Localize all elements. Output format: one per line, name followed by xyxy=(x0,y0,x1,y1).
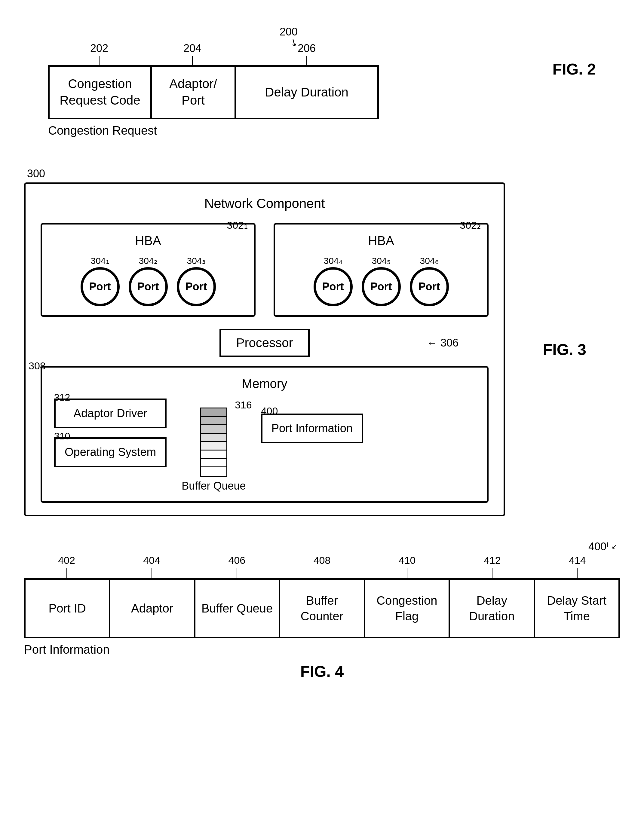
fig4-ref-408: 408 xyxy=(279,554,364,566)
memory-inner: 312 Adaptor Driver 310 Operating System xyxy=(54,399,475,492)
hba-row: 302₁ HBA 304₁ Port 304₂ Port xyxy=(40,223,489,317)
congestion-request-box: Congestion Request Code Adaptor/ Port De… xyxy=(48,65,379,119)
buffer-queue-section: 316 xyxy=(181,407,246,492)
fig4-ref-412: 412 xyxy=(450,554,535,566)
port1-item: 304₁ Port xyxy=(81,255,120,306)
ref-202: 202 xyxy=(48,42,150,55)
fig4-ref-410: 410 xyxy=(365,554,450,566)
fig4-cell-portid: Port ID xyxy=(26,580,110,637)
ref-310: 310 xyxy=(54,431,70,442)
hba2-title: HBA xyxy=(287,234,475,248)
ref-304-2: 304₂ xyxy=(139,255,157,266)
network-component-title: Network Component xyxy=(40,196,489,211)
fig4-cell-congestionflag: Congestion Flag xyxy=(365,580,450,637)
ref-302-2: 302₂ xyxy=(460,219,481,231)
port3-item: 304₃ Port xyxy=(177,255,216,306)
processor-box: Processor xyxy=(220,329,309,357)
port1-circle: Port xyxy=(81,267,120,306)
hba1-port-row: 304₁ Port 304₂ Port 304₃ Port xyxy=(54,255,242,306)
ref-206: 206 xyxy=(235,42,379,55)
ref-304-1: 304₁ xyxy=(91,255,109,266)
bq-row-7 xyxy=(201,459,227,467)
bq-row-6 xyxy=(201,451,227,459)
ref-204: 204 xyxy=(150,42,235,55)
ref-400i-row: 400ᴵ ↙ xyxy=(24,540,620,553)
fig4-ref-404: 404 xyxy=(109,554,194,566)
ref-304-6: 304₆ xyxy=(420,255,439,266)
adaptor-driver-box: Adaptor Driver xyxy=(54,399,167,428)
port6-item: 304₆ Port xyxy=(410,255,449,306)
fig4-caption: Port Information xyxy=(24,643,620,656)
port2-circle: Port xyxy=(129,267,168,306)
ref-304-3: 304₃ xyxy=(187,255,205,266)
fig4-ref-414: 414 xyxy=(535,554,620,566)
fig4-cell-delaystarttime: Delay Start Time xyxy=(535,580,618,637)
port2-item: 304₂ Port xyxy=(129,255,168,306)
memory-left-col: 312 Adaptor Driver 310 Operating System xyxy=(54,399,167,467)
port5-item: 304₅ Port xyxy=(362,255,401,306)
fig4-ticks xyxy=(24,568,620,578)
bq-row-8 xyxy=(201,467,227,476)
fig2-ref-row: 202 204 206 xyxy=(48,42,379,55)
port3-circle: Port xyxy=(177,267,216,306)
port4-item: 304₄ Port xyxy=(314,255,353,306)
ref-304-5: 304₅ xyxy=(372,255,390,266)
cr-cell-code: Congestion Request Code xyxy=(50,67,152,118)
operating-system-wrapper: 310 Operating System xyxy=(54,437,167,467)
hba2-box: 302₂ HBA 304₄ Port 304₅ Port xyxy=(273,223,489,317)
bq-row-1 xyxy=(201,409,227,417)
bq-row-2 xyxy=(201,417,227,425)
adaptor-driver-wrapper: 312 Adaptor Driver xyxy=(54,399,167,428)
memory-title: Memory xyxy=(54,377,475,391)
fig2-tick-row xyxy=(48,56,379,65)
bq-row-5 xyxy=(201,442,227,451)
hba2-port-row: 304₄ Port 304₅ Port 304₆ Port xyxy=(287,255,475,306)
fig4-table: Port ID Adaptor Buffer Queue Buffer Coun… xyxy=(24,578,620,638)
ref-300: 300 xyxy=(27,167,620,180)
bq-row-4 xyxy=(201,434,227,442)
ref-302-1: 302₁ xyxy=(227,219,248,231)
port5-circle: Port xyxy=(362,267,401,306)
fig4-ref-row: 402 404 406 408 410 412 414 xyxy=(24,554,620,566)
fig4-cell-adaptor: Adaptor xyxy=(110,580,195,637)
fig4-label: FIG. 4 xyxy=(24,663,620,680)
port-information-wrapper: 400 Port Information xyxy=(261,414,363,443)
buffer-queue-label: Buffer Queue xyxy=(181,480,246,492)
fig2-label: FIG. 2 xyxy=(553,60,596,78)
hba1-title: HBA xyxy=(54,234,242,248)
hba1-box: 302₁ HBA 304₁ Port 304₂ Port xyxy=(40,223,256,317)
operating-system-box: Operating System xyxy=(54,437,167,467)
ref-312: 312 xyxy=(54,392,70,403)
fig3-label: FIG. 3 xyxy=(543,341,586,359)
port4-circle: Port xyxy=(314,267,353,306)
port-information-box: Port Information xyxy=(261,414,363,443)
processor-row: Processor ← 306 xyxy=(40,329,489,357)
ref-316: 316 xyxy=(235,399,252,411)
bq-row-3 xyxy=(201,425,227,434)
cr-cell-port: Adaptor/ Port xyxy=(152,67,236,118)
fig4-section: 400ᴵ ↙ 402 404 406 408 410 412 414 Port xyxy=(24,540,620,680)
ref-306: ← 306 xyxy=(427,336,458,349)
fig4-ref-402: 402 xyxy=(24,554,109,566)
fig3-section: 300 Network Component 302₁ HBA 304₁ xyxy=(24,167,620,516)
buffer-queue-visual xyxy=(200,407,227,477)
congestion-request-caption: Congestion Request xyxy=(48,124,620,137)
port6-circle: Port xyxy=(410,267,449,306)
ref-304-4: 304₄ xyxy=(324,255,342,266)
fig4-cell-buffercounter: Buffer Counter xyxy=(280,580,365,637)
ref-400i: 400ᴵ ↙ xyxy=(588,540,617,553)
ref-400: 400 xyxy=(261,405,278,417)
fig4-cell-bufferqueue: Buffer Queue xyxy=(196,580,280,637)
memory-section: 308 Memory 312 Adaptor Driver xyxy=(40,366,489,503)
memory-box: Memory 312 Adaptor Driver xyxy=(40,366,489,503)
fig4-cell-delayduration: Delay Duration xyxy=(450,580,535,637)
fig4-ref-406: 406 xyxy=(194,554,279,566)
network-component-box: Network Component 302₁ HBA 304₁ Port xyxy=(24,183,505,516)
cr-cell-delay: Delay Duration xyxy=(236,67,377,118)
